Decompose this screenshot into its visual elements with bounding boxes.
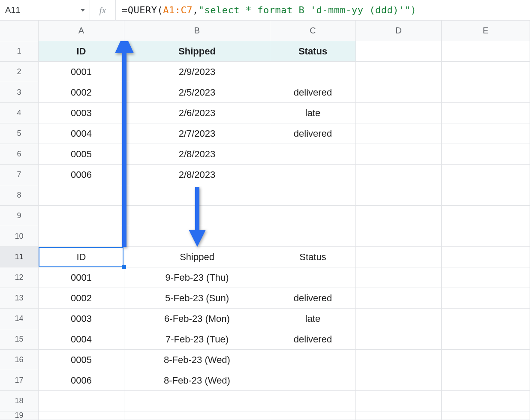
cell-c8[interactable]	[270, 185, 356, 206]
cell-e16[interactable]	[442, 350, 530, 370]
cell-d15[interactable]	[356, 329, 442, 350]
cell-d11[interactable]	[356, 247, 442, 267]
cell-e12[interactable]	[442, 267, 530, 288]
cell-e1[interactable]	[442, 41, 530, 62]
cell-e18[interactable]	[442, 391, 530, 411]
cell-e9[interactable]	[442, 206, 530, 226]
cell-a18[interactable]	[39, 391, 124, 411]
cell-a9[interactable]	[39, 206, 124, 226]
row-header-7[interactable]: 7	[0, 165, 39, 185]
cell-c17[interactable]	[270, 370, 356, 391]
cell-b12[interactable]: 9-Feb-23 (Thu)	[124, 267, 270, 288]
cell-b5[interactable]: 2/7/2023	[124, 123, 270, 144]
name-box-container[interactable]	[0, 0, 90, 20]
cell-c19[interactable]	[270, 411, 356, 420]
cell-b7[interactable]: 2/8/2023	[124, 165, 270, 185]
cell-a10[interactable]	[39, 226, 124, 247]
cell-d12[interactable]	[356, 267, 442, 288]
column-header-a[interactable]: A	[39, 21, 124, 41]
name-box[interactable]	[4, 5, 64, 15]
cell-c9[interactable]	[270, 206, 356, 226]
cell-d16[interactable]	[356, 350, 442, 370]
cell-c15[interactable]: delivered	[270, 329, 356, 350]
cell-a7[interactable]: 0006	[39, 165, 124, 185]
row-header-2[interactable]: 2	[0, 62, 39, 82]
cell-c7[interactable]	[270, 165, 356, 185]
cell-b3[interactable]: 2/5/2023	[124, 82, 270, 103]
row-header-4[interactable]: 4	[0, 103, 39, 123]
cell-c13[interactable]: delivered	[270, 288, 356, 309]
cell-b11[interactable]: Shipped	[124, 247, 270, 267]
cell-c3[interactable]: delivered	[270, 82, 356, 103]
cell-a19[interactable]	[39, 411, 124, 420]
cell-e11[interactable]	[442, 247, 530, 267]
row-header-13[interactable]: 13	[0, 288, 39, 309]
cell-e4[interactable]	[442, 103, 530, 123]
row-header-17[interactable]: 17	[0, 370, 39, 391]
cell-b4[interactable]: 2/6/2023	[124, 103, 270, 123]
cell-e15[interactable]	[442, 329, 530, 350]
row-header-5[interactable]: 5	[0, 123, 39, 144]
select-all-corner[interactable]	[0, 21, 39, 41]
cell-a15[interactable]: 0004	[39, 329, 124, 350]
cell-d6[interactable]	[356, 144, 442, 165]
row-header-8[interactable]: 8	[0, 185, 39, 206]
row-header-12[interactable]: 12	[0, 267, 39, 288]
cell-e17[interactable]	[442, 370, 530, 391]
cell-a2[interactable]: 0001	[39, 62, 124, 82]
cell-a4[interactable]: 0003	[39, 103, 124, 123]
cell-c14[interactable]: late	[270, 309, 356, 329]
cell-a3[interactable]: 0002	[39, 82, 124, 103]
cell-e6[interactable]	[442, 144, 530, 165]
cell-b15[interactable]: 7-Feb-23 (Tue)	[124, 329, 270, 350]
row-header-19[interactable]: 19	[0, 411, 39, 420]
column-header-d[interactable]: D	[356, 21, 442, 41]
cell-b1[interactable]: Shipped	[124, 41, 270, 62]
cell-d8[interactable]	[356, 185, 442, 206]
cell-b8[interactable]	[124, 185, 270, 206]
cell-d13[interactable]	[356, 288, 442, 309]
row-header-6[interactable]: 6	[0, 144, 39, 165]
row-header-15[interactable]: 15	[0, 329, 39, 350]
cell-a13[interactable]: 0002	[39, 288, 124, 309]
cell-a1[interactable]: ID	[39, 41, 124, 62]
row-header-11[interactable]: 11	[0, 247, 39, 267]
row-header-9[interactable]: 9	[0, 206, 39, 226]
cell-e10[interactable]	[442, 226, 530, 247]
cell-a5[interactable]: 0004	[39, 123, 124, 144]
cell-b17[interactable]: 8-Feb-23 (Wed)	[124, 370, 270, 391]
cell-d9[interactable]	[356, 206, 442, 226]
cell-d2[interactable]	[356, 62, 442, 82]
cell-d1[interactable]	[356, 41, 442, 62]
cell-c1[interactable]: Status	[270, 41, 356, 62]
cell-b13[interactable]: 5-Feb-23 (Sun)	[124, 288, 270, 309]
cell-d19[interactable]	[356, 411, 442, 420]
row-header-1[interactable]: 1	[0, 41, 39, 62]
cell-a11[interactable]: ID	[39, 247, 124, 267]
cell-b16[interactable]: 8-Feb-23 (Wed)	[124, 350, 270, 370]
cell-a6[interactable]: 0005	[39, 144, 124, 165]
name-box-dropdown-icon[interactable]	[80, 8, 85, 13]
column-header-e[interactable]: E	[442, 21, 530, 41]
cell-e5[interactable]	[442, 123, 530, 144]
row-header-14[interactable]: 14	[0, 309, 39, 329]
cell-e3[interactable]	[442, 82, 530, 103]
active-cell-fill-handle[interactable]	[122, 265, 126, 269]
cell-c12[interactable]	[270, 267, 356, 288]
sheet-grid[interactable]: A B C D E 12345678910111213141516171819 …	[0, 21, 530, 420]
cell-c11[interactable]: Status	[270, 247, 356, 267]
cell-b6[interactable]: 2/8/2023	[124, 144, 270, 165]
cell-b10[interactable]	[124, 226, 270, 247]
cell-c16[interactable]	[270, 350, 356, 370]
cell-d7[interactable]	[356, 165, 442, 185]
cells-area[interactable]: ID Shipped Status 0001 2/9/2023 0002 2/5…	[39, 41, 530, 420]
column-header-c[interactable]: C	[270, 21, 356, 41]
cell-b2[interactable]: 2/9/2023	[124, 62, 270, 82]
cell-e14[interactable]	[442, 309, 530, 329]
cell-c10[interactable]	[270, 226, 356, 247]
column-header-b[interactable]: B	[124, 21, 270, 41]
cell-a12[interactable]: 0001	[39, 267, 124, 288]
row-header-18[interactable]: 18	[0, 391, 39, 411]
cell-d4[interactable]	[356, 103, 442, 123]
formula-input[interactable]: =QUERY(A1:C7,"select * format B 'd-mmm-y…	[116, 0, 530, 20]
